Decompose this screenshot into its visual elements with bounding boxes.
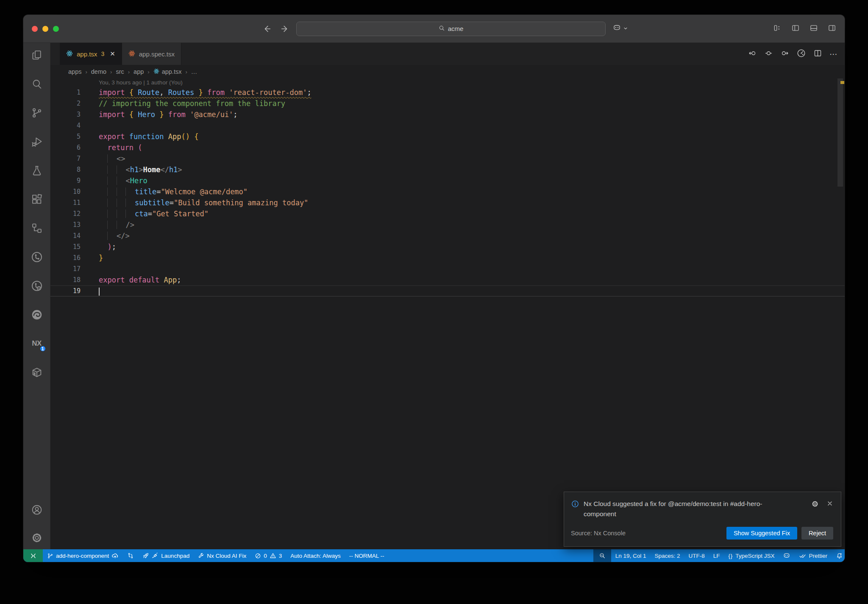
code-line-12[interactable]: 12 cta="Get Started" <box>50 208 845 219</box>
cursor-position-item[interactable]: Ln 19, Col 1 <box>611 549 651 562</box>
code-line-1[interactable]: 1import { Route, Routes } from 'react-ro… <box>50 87 845 98</box>
code-line-15[interactable]: 15 ); <box>50 241 845 252</box>
breadcrumb-item[interactable]: src <box>116 68 124 75</box>
code-line-10[interactable]: 10 title="Welcmoe @acme/demo" <box>50 186 845 197</box>
double-check-icon <box>799 552 806 559</box>
auto-attach-item[interactable]: Auto Attach: Always <box>286 549 345 562</box>
code-line-7[interactable]: 7 <> <box>50 153 845 164</box>
remote-indicator[interactable] <box>23 549 43 562</box>
current-change-icon[interactable] <box>764 49 773 59</box>
account-icon[interactable] <box>31 503 43 516</box>
code-editor[interactable]: You, 3 hours ago | 1 author (You) 1impor… <box>50 78 845 549</box>
notification-toast: Nx Cloud suggested a fix for @acme/demo:… <box>564 492 841 547</box>
forward-arrow-icon[interactable] <box>280 24 289 34</box>
vim-mode-item[interactable]: -- NORMAL -- <box>345 549 389 562</box>
search-view-icon[interactable] <box>31 78 43 90</box>
split-editor-icon[interactable] <box>813 49 822 59</box>
breadcrumb-item[interactable]: apps <box>68 68 81 75</box>
branch-compare-item[interactable] <box>123 549 138 562</box>
tab-app-tsx[interactable]: app.tsx 3 ✕ <box>60 43 122 65</box>
code-line-5[interactable]: 5export function App() { <box>50 131 845 142</box>
reject-button[interactable]: Reject <box>801 527 833 540</box>
tab-label: app.spec.tsx <box>139 50 175 58</box>
editor-scrollbar[interactable] <box>837 78 843 187</box>
next-change-icon[interactable] <box>780 49 789 59</box>
previous-change-icon[interactable] <box>748 49 757 59</box>
launchpad-item[interactable]: Launchpad <box>138 549 194 562</box>
close-window-button[interactable] <box>32 26 38 32</box>
show-suggested-fix-button[interactable]: Show Suggested Fix <box>726 527 797 540</box>
close-tab-icon[interactable]: ✕ <box>110 50 115 58</box>
toast-settings-gear-icon[interactable] <box>811 500 819 509</box>
nx-console-icon[interactable]: NX 1 <box>31 337 43 350</box>
zoom-indicator[interactable] <box>593 549 611 562</box>
code-line-2[interactable]: 2// importing the component from the lib… <box>50 98 845 109</box>
encoding-item[interactable]: UTF-8 <box>684 549 709 562</box>
edge-browser-icon[interactable] <box>31 308 43 321</box>
code-line-14[interactable]: 14 </> <box>50 230 845 241</box>
breadcrumb-file[interactable]: app.tsx <box>153 68 182 76</box>
source-control-icon[interactable] <box>31 106 43 119</box>
nx-graph-alt-icon[interactable] <box>31 280 43 292</box>
react-icon <box>66 50 73 58</box>
toast-source: Source: Nx Console <box>571 530 626 537</box>
toast-close-icon[interactable] <box>826 500 833 509</box>
rocket-icon <box>142 552 149 559</box>
code-line-16[interactable]: 16} <box>50 252 845 263</box>
code-line-8[interactable]: 8 <h1>Home</h1> <box>50 164 845 175</box>
git-branch-item[interactable]: add-hero-component <box>43 549 123 562</box>
settings-gear-icon[interactable] <box>31 531 43 544</box>
testing-icon[interactable] <box>31 164 43 177</box>
react-test-icon <box>128 50 135 58</box>
breadcrumb-item[interactable]: app <box>134 68 144 75</box>
copilot-icon <box>783 552 790 559</box>
customize-layout-icon[interactable] <box>773 24 782 34</box>
extensions-icon[interactable] <box>31 193 43 206</box>
copilot-menu[interactable] <box>612 23 628 34</box>
vscode-window: acme <box>23 15 845 562</box>
package-icon[interactable] <box>31 366 43 379</box>
eol-item[interactable]: LF <box>709 549 724 562</box>
hierarchy-icon[interactable] <box>31 222 43 235</box>
errors-icon <box>255 553 261 559</box>
notifications-bell-item[interactable] <box>832 549 845 562</box>
code-line-11[interactable]: 11 subtitle="Build something amazing tod… <box>50 197 845 208</box>
toggle-panel-icon[interactable] <box>810 24 818 34</box>
run-debug-icon[interactable] <box>31 135 43 148</box>
info-icon <box>571 499 579 510</box>
problems-item[interactable]: 0 3 <box>250 549 286 562</box>
explorer-icon[interactable] <box>31 49 43 62</box>
nx-graph-icon[interactable] <box>31 251 43 263</box>
breadcrumb-more[interactable]: … <box>191 68 198 75</box>
formatter-item[interactable]: Prettier <box>795 549 832 562</box>
code-line-3[interactable]: 3import { Hero } from '@acme/ui'; <box>50 109 845 120</box>
more-actions-icon[interactable]: ⋯ <box>829 49 838 59</box>
breadcrumb-separator: › <box>147 69 149 75</box>
code-line-4[interactable]: 4 <box>50 120 845 131</box>
code-line-18[interactable]: 18export default App; <box>50 274 845 285</box>
text-cursor <box>99 288 100 296</box>
breadcrumb-item[interactable]: demo <box>91 68 106 75</box>
toggle-secondary-sidebar-icon[interactable] <box>828 24 836 34</box>
minimize-window-button[interactable] <box>42 26 48 32</box>
nx-cloud-ai-fix-item[interactable]: Nx Cloud AI Fix <box>194 549 250 562</box>
code-line-19[interactable]: 19 <box>50 285 845 296</box>
indentation-item[interactable]: Spaces: 2 <box>650 549 684 562</box>
code-line-13[interactable]: 13 /> <box>50 219 845 230</box>
code-line-6[interactable]: 6 return ( <box>50 142 845 153</box>
git-blame-annotation: You, 3 hours ago | 1 author (You) <box>50 78 845 87</box>
maximize-window-button[interactable] <box>53 26 59 32</box>
run-file-icon[interactable] <box>796 48 806 60</box>
breadcrumb: apps › demo › src › app › app.tsx › <box>50 65 845 78</box>
nx-badge: 1 <box>39 345 46 352</box>
copilot-status-item[interactable] <box>779 549 795 562</box>
breadcrumb-separator: › <box>85 69 87 75</box>
chevron-down-icon <box>623 25 628 33</box>
code-line-17[interactable]: 17 <box>50 263 845 274</box>
code-line-9[interactable]: 9 <Hero <box>50 175 845 186</box>
command-center-search[interactable]: acme <box>296 22 606 36</box>
toggle-primary-sidebar-icon[interactable] <box>791 24 800 34</box>
tab-app-spec-tsx[interactable]: app.spec.tsx <box>122 43 181 65</box>
language-mode-item[interactable]: {} TypeScript JSX <box>724 549 779 562</box>
back-arrow-icon[interactable] <box>262 24 272 34</box>
